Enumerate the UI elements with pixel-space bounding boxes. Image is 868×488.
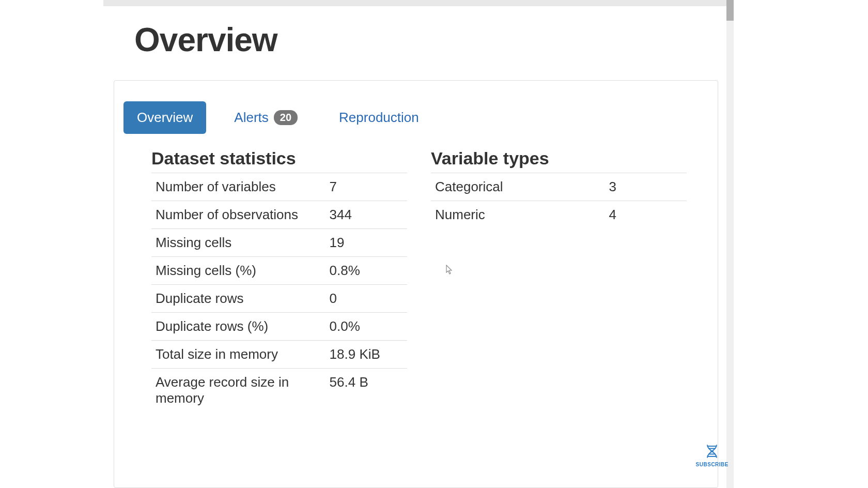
stat-label: Duplicate rows <box>151 285 326 313</box>
overview-panel: Overview Alerts 20 Reproduction Dataset … <box>114 80 718 488</box>
stat-row: Missing cells (%)0.8% <box>151 257 407 285</box>
stat-value: 344 <box>326 201 407 229</box>
stat-label: Missing cells (%) <box>151 257 326 285</box>
vartype-label: Numeric <box>431 201 605 229</box>
vartype-row: Numeric4 <box>431 201 687 229</box>
stat-row: Duplicate rows0 <box>151 285 407 313</box>
dna-icon <box>703 442 721 461</box>
dataset-statistics-column: Dataset statistics Number of variables7N… <box>151 148 407 412</box>
variable-types-table: Categorical3Numeric4 <box>431 173 687 228</box>
tab-reproduction[interactable]: Reproduction <box>326 101 432 134</box>
vartype-value: 3 <box>605 173 687 201</box>
stat-label: Number of observations <box>151 201 326 229</box>
tab-overview-label: Overview <box>137 110 193 126</box>
stat-row: Number of variables7 <box>151 173 407 201</box>
stat-label: Number of variables <box>151 173 326 201</box>
variable-types-heading: Variable types <box>431 148 687 169</box>
content-area: Dataset statistics Number of variables7N… <box>127 148 705 412</box>
tab-bar: Overview Alerts 20 Reproduction <box>123 101 705 134</box>
stat-label: Total size in memory <box>151 341 326 369</box>
scrollbar-track[interactable] <box>726 0 734 488</box>
stat-value: 0.8% <box>326 257 407 285</box>
tab-alerts[interactable]: Alerts 20 <box>221 101 311 134</box>
stat-value: 0 <box>326 285 407 313</box>
subscribe-label: SUBSCRIBE <box>696 462 729 467</box>
subscribe-button[interactable]: SUBSCRIBE <box>696 442 729 467</box>
alerts-count-badge: 20 <box>274 110 298 125</box>
variable-types-column: Variable types Categorical3Numeric4 <box>431 148 687 412</box>
stat-row: Duplicate rows (%)0.0% <box>151 313 407 341</box>
stat-label: Duplicate rows (%) <box>151 313 326 341</box>
stat-row: Total size in memory18.9 KiB <box>151 341 407 369</box>
dataset-statistics-heading: Dataset statistics <box>151 148 407 169</box>
stat-row: Number of observations344 <box>151 201 407 229</box>
stat-value: 7 <box>326 173 407 201</box>
stat-row: Missing cells19 <box>151 229 407 257</box>
page-title: Overview <box>134 21 277 59</box>
stat-value: 18.9 KiB <box>326 341 407 369</box>
stat-value: 56.4 B <box>326 369 407 413</box>
vartype-label: Categorical <box>431 173 605 201</box>
stat-row: Average record size in memory56.4 B <box>151 369 407 413</box>
vartype-value: 4 <box>605 201 687 229</box>
top-bar-shadow <box>103 0 729 6</box>
stat-value: 0.0% <box>326 313 407 341</box>
dataset-statistics-table: Number of variables7Number of observatio… <box>151 173 407 412</box>
vartype-row: Categorical3 <box>431 173 687 201</box>
stat-label: Average record size in memory <box>151 369 326 413</box>
stat-label: Missing cells <box>151 229 326 257</box>
tab-alerts-label: Alerts <box>234 110 268 126</box>
scrollbar-thumb[interactable] <box>726 0 734 21</box>
stat-value: 19 <box>326 229 407 257</box>
tab-overview[interactable]: Overview <box>123 101 206 134</box>
tab-reproduction-label: Reproduction <box>339 110 419 126</box>
